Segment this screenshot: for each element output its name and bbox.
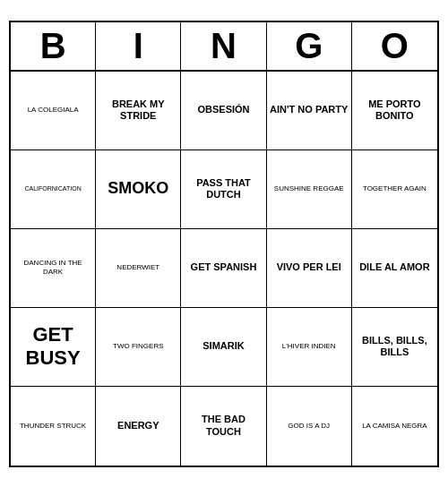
cell-7: PASS THAT DUTCH (181, 150, 266, 229)
cell-3: AIN'T NO PARTY (267, 72, 352, 150)
cell-4: ME PORTO BONITO (352, 72, 437, 150)
header-i: I (96, 22, 181, 70)
cell-6: SMOKO (96, 150, 181, 229)
cell-9: TOGETHER AGAIN (352, 150, 437, 229)
cell-5: CALIFORNICATION (11, 150, 96, 229)
header-g: G (267, 22, 352, 70)
cell-18: L'HIVER INDIEN (267, 308, 352, 387)
cell-22: THE BAD TOUCH (181, 387, 266, 466)
header-b: B (11, 22, 96, 70)
cell-12: GET SPANISH (181, 229, 266, 308)
bingo-card: B I N G O LA COLEGIALA BREAK MY STRIDE O… (9, 21, 439, 467)
cell-19: BILLS, BILLS, BILLS (352, 308, 437, 387)
bingo-grid: LA COLEGIALA BREAK MY STRIDE OBSESIÓN AI… (11, 72, 437, 466)
cell-21: ENERGY (96, 387, 181, 466)
header-n: N (181, 22, 266, 70)
cell-14: DILE AL AMOR (352, 229, 437, 308)
cell-24: LA CAMISA NEGRA (352, 387, 437, 466)
cell-1: BREAK MY STRIDE (96, 72, 181, 150)
cell-13: VIVO PER LEI (267, 229, 352, 308)
cell-10: DANCING IN THE DARK (11, 229, 96, 308)
cell-0: LA COLEGIALA (11, 72, 96, 150)
cell-16: TWO FINGERS (96, 308, 181, 387)
bingo-header: B I N G O (11, 22, 437, 72)
cell-11: NEDERWIET (96, 229, 181, 308)
cell-20: THUNDER STRUCK (11, 387, 96, 466)
cell-17: SIMARIK (181, 308, 266, 387)
cell-8: SUNSHINE REGGAE (267, 150, 352, 229)
cell-15: GET BUSY (11, 308, 96, 387)
cell-23: GOD IS A DJ (267, 387, 352, 466)
header-o: O (352, 22, 437, 70)
cell-2: OBSESIÓN (181, 72, 266, 150)
